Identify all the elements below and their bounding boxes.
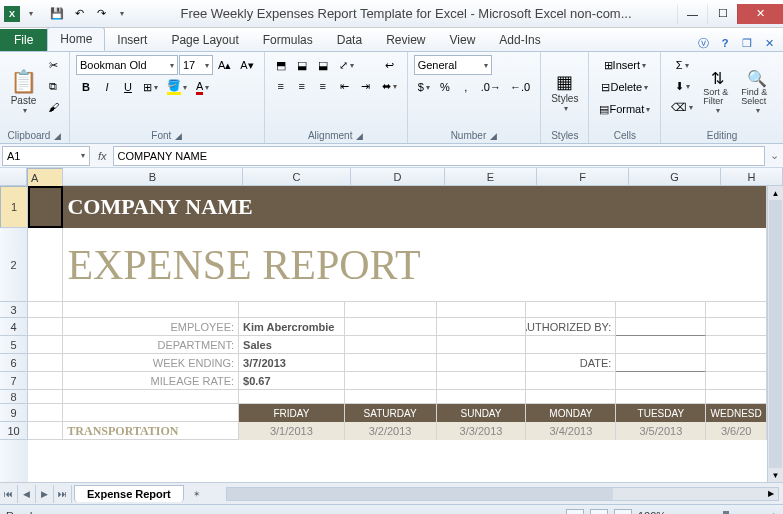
merge-center-button[interactable]: ⬌▾: [378, 76, 401, 96]
date-cell[interactable]: 3/2/2013: [345, 422, 437, 440]
column-header[interactable]: F: [537, 168, 629, 185]
row-header[interactable]: 8: [0, 390, 28, 404]
percent-button[interactable]: %: [435, 77, 455, 97]
clear-button[interactable]: ⌫▾: [667, 97, 697, 117]
field-value[interactable]: Kim Abercrombie: [239, 318, 345, 336]
day-header[interactable]: SATURDAY: [345, 404, 437, 422]
shrink-font-button[interactable]: A▾: [236, 55, 257, 75]
tab-data[interactable]: Data: [325, 29, 374, 51]
day-header[interactable]: TUESDAY: [616, 404, 706, 422]
new-sheet-button[interactable]: ✶: [188, 485, 206, 503]
font-color-button[interactable]: A▾: [192, 77, 213, 97]
scroll-up-icon[interactable]: ▲: [768, 186, 783, 200]
report-title-cell[interactable]: EXPENSE REPORT: [63, 228, 767, 302]
decrease-decimal-button[interactable]: ←.0: [506, 77, 534, 97]
tab-nav-prev[interactable]: ◀: [18, 485, 36, 503]
normal-view-button[interactable]: [566, 509, 584, 515]
tab-home[interactable]: Home: [47, 27, 105, 51]
styles-button[interactable]: ▦ Styles ▾: [547, 55, 582, 128]
page-break-view-button[interactable]: [614, 509, 632, 515]
signature-line[interactable]: [616, 318, 706, 336]
fill-color-button[interactable]: 🪣▾: [163, 77, 191, 97]
fill-button[interactable]: ⬇▾: [667, 76, 697, 96]
tab-page-layout[interactable]: Page Layout: [159, 29, 250, 51]
row-header[interactable]: 2: [0, 228, 28, 302]
copy-button[interactable]: ⧉: [43, 76, 63, 96]
company-name-cell[interactable]: COMPANY NAME: [63, 186, 767, 228]
comma-button[interactable]: ,: [456, 77, 476, 97]
column-header[interactable]: H: [721, 168, 783, 185]
row-header[interactable]: 9: [0, 404, 28, 422]
column-header[interactable]: E: [445, 168, 537, 185]
signature-line[interactable]: [616, 354, 706, 372]
dialog-launcher-icon[interactable]: ◢: [175, 131, 182, 141]
sheet-tab[interactable]: Expense Report: [74, 485, 184, 502]
italic-button[interactable]: I: [97, 77, 117, 97]
find-select-button[interactable]: 🔍 Find & Select ▾: [737, 55, 777, 128]
tab-view[interactable]: View: [438, 29, 488, 51]
redo-button[interactable]: ↷: [91, 5, 111, 23]
horizontal-scrollbar[interactable]: ◀ ▶: [226, 487, 779, 501]
font-name-select[interactable]: Bookman Old▾: [76, 55, 178, 75]
minimize-button[interactable]: —: [677, 4, 707, 24]
number-format-select[interactable]: General▾: [414, 55, 492, 75]
tab-formulas[interactable]: Formulas: [251, 29, 325, 51]
maximize-button[interactable]: ☐: [707, 4, 737, 24]
close-button[interactable]: ✕: [737, 4, 783, 24]
day-header[interactable]: MONDAY: [526, 404, 616, 422]
row-header[interactable]: 10: [0, 422, 28, 440]
tab-nav-first[interactable]: ⏮: [0, 485, 18, 503]
zoom-level[interactable]: 100%: [638, 510, 666, 515]
row-header[interactable]: 1: [0, 186, 28, 228]
dialog-launcher-icon[interactable]: ◢: [54, 131, 61, 141]
dialog-launcher-icon[interactable]: ◢: [490, 131, 497, 141]
tab-insert[interactable]: Insert: [105, 29, 159, 51]
decrease-indent-button[interactable]: ⇤: [335, 76, 355, 96]
scroll-thumb[interactable]: [769, 200, 782, 468]
window-close-icon[interactable]: ✕: [761, 35, 777, 51]
formula-input[interactable]: COMPANY NAME: [113, 146, 765, 166]
minimize-ribbon-icon[interactable]: ⓥ: [695, 35, 711, 51]
date-cell[interactable]: 3/6/20: [706, 422, 767, 440]
cut-button[interactable]: ✂: [43, 55, 63, 75]
window-restore-icon[interactable]: ❐: [739, 35, 755, 51]
align-bottom-button[interactable]: ⬓: [313, 55, 333, 75]
format-painter-button[interactable]: 🖌: [43, 97, 63, 117]
align-right-button[interactable]: ≡: [313, 76, 333, 96]
date-cell[interactable]: 3/4/2013: [526, 422, 616, 440]
row-header[interactable]: 5: [0, 336, 28, 354]
grow-font-button[interactable]: A▴: [214, 55, 235, 75]
column-header[interactable]: A: [27, 168, 63, 188]
align-center-button[interactable]: ≡: [292, 76, 312, 96]
column-header[interactable]: C: [243, 168, 351, 185]
tab-review[interactable]: Review: [374, 29, 437, 51]
align-middle-button[interactable]: ⬓: [292, 55, 312, 75]
increase-decimal-button[interactable]: .0→: [477, 77, 505, 97]
tab-addins[interactable]: Add-Ins: [487, 29, 552, 51]
insert-cells-button[interactable]: ⊞ Insert▾: [595, 55, 654, 75]
delete-cells-button[interactable]: ⊟ Delete▾: [595, 77, 654, 97]
fx-button[interactable]: fx: [92, 150, 113, 162]
expand-formula-icon[interactable]: ⌄: [765, 149, 783, 162]
name-box[interactable]: A1▾: [2, 146, 90, 166]
date-cell[interactable]: 3/5/2013: [616, 422, 706, 440]
page-layout-view-button[interactable]: [590, 509, 608, 515]
field-value[interactable]: Sales: [239, 336, 345, 354]
autosum-button[interactable]: Σ▾: [667, 55, 697, 75]
row-header[interactable]: 6: [0, 354, 28, 372]
font-size-select[interactable]: 17▾: [179, 55, 213, 75]
row-header[interactable]: 3: [0, 302, 28, 318]
help-icon[interactable]: ?: [717, 35, 733, 51]
column-header[interactable]: D: [351, 168, 445, 185]
qat-dropdown-icon[interactable]: ▾: [113, 5, 131, 23]
align-left-button[interactable]: ≡: [271, 76, 291, 96]
border-button[interactable]: ⊞▾: [139, 77, 162, 97]
field-value[interactable]: $0.67: [239, 372, 345, 390]
file-tab[interactable]: File: [0, 29, 47, 51]
bold-button[interactable]: B: [76, 77, 96, 97]
orientation-button[interactable]: ⤢▾: [335, 55, 358, 75]
column-header[interactable]: G: [629, 168, 721, 185]
vertical-scrollbar[interactable]: ▲ ▼: [767, 186, 783, 482]
save-button[interactable]: 💾: [47, 5, 67, 23]
day-header[interactable]: SUNDAY: [437, 404, 527, 422]
